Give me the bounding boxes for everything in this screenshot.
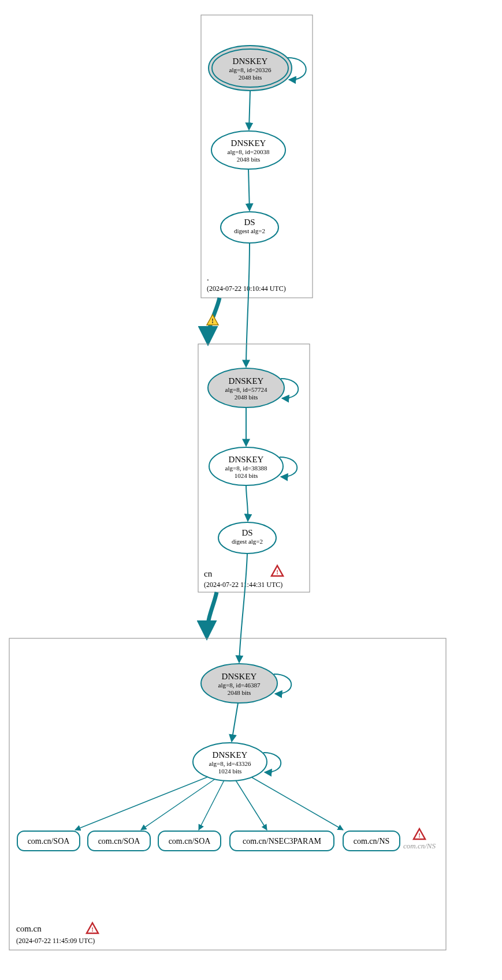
cn-zsk-title: DNSKEY — [229, 455, 264, 464]
rr-soa3: com.cn/SOA — [158, 831, 221, 851]
zone-comcn-label: com.cn — [16, 924, 42, 933]
cn-zsk-bits: 1024 bits — [235, 472, 258, 479]
error-icon: ! — [272, 566, 283, 576]
cn-zsk-node: DNSKEY alg=8, id=38388 1024 bits — [209, 447, 297, 485]
ds-to-comcn-ksk-edge — [239, 553, 247, 663]
svg-text:!: ! — [276, 568, 278, 575]
comcn-ksk-alg: alg=8, id=46387 — [218, 682, 261, 689]
rr-soa1: com.cn/SOA — [17, 831, 80, 851]
cn-ksk-bits: 2048 bits — [235, 394, 258, 401]
root-ksk-alg: alg=8, id=20326 — [229, 66, 272, 73]
root-ksk-node: DNSKEY alg=8, id=20326 2048 bits — [209, 46, 306, 91]
rr-ns-label: com.cn/NS — [354, 837, 390, 846]
zone-comcn-timestamp: (2024-07-22 11:45:09 UTC) — [16, 937, 95, 945]
rr-soa1-label: com.cn/SOA — [28, 837, 70, 846]
cn-ds-node: DS digest alg=2 — [218, 522, 276, 553]
comcn-ksk-title: DNSKEY — [222, 672, 257, 681]
ghost-ns-label: com.cn/NS — [403, 841, 436, 850]
svg-text:!: ! — [418, 832, 421, 839]
zone-comcn: com.cn (2024-07-22 11:45:09 UTC) ! DNSKE… — [9, 638, 446, 950]
rr-nsec3-label: com.cn/NSEC3PARAM — [243, 837, 322, 846]
comcn-zsk-title: DNSKEY — [213, 750, 248, 760]
comcn-zsk-node: DNSKEY alg=8, id=43326 1024 bits — [193, 743, 281, 781]
zone-cn-label: cn — [204, 569, 213, 578]
root-zsk-title: DNSKEY — [231, 139, 266, 148]
zone-root: . (2024-07-22 10:10:44 UTC) DNSKEY alg=8… — [201, 15, 313, 298]
rr-ns: com.cn/NS — [343, 831, 400, 851]
root-ksk-title: DNSKEY — [233, 57, 268, 66]
root-ds-digest: digest alg=2 — [234, 227, 265, 234]
svg-text:!: ! — [211, 317, 214, 325]
zone-root-timestamp: (2024-07-22 10:10:44 UTC) — [207, 285, 286, 293]
cn-ds-title: DS — [241, 528, 252, 537]
zone-root-label: . — [207, 273, 209, 282]
comcn-ksk-bits: 2048 bits — [228, 689, 251, 696]
comcn-ksk-node: DNSKEY alg=8, id=46387 2048 bits — [201, 664, 291, 703]
error-icon: ! — [414, 829, 425, 839]
rr-soa3-label: com.cn/SOA — [169, 837, 211, 846]
root-zsk-node: DNSKEY alg=8, id=20038 2048 bits — [211, 131, 285, 169]
root-zsk-alg: alg=8, id=20038 — [228, 148, 270, 155]
zone-cn-timestamp: (2024-07-22 11:44:31 UTC) — [204, 581, 282, 589]
cn-ksk-alg: alg=8, id=57724 — [225, 386, 267, 393]
svg-text:!: ! — [91, 926, 94, 933]
error-icon: ! — [87, 923, 98, 933]
warning-icon: ! — [207, 315, 218, 325]
delegation-cn-to-comcn-edge — [207, 592, 217, 637]
root-ds-title: DS — [244, 218, 255, 227]
root-ksk-bits: 2048 bits — [239, 74, 262, 81]
root-zsk-bits: 2048 bits — [237, 156, 261, 163]
rr-soa2-label: com.cn/SOA — [98, 837, 141, 846]
root-ds-node: DS digest alg=2 — [221, 212, 278, 243]
cn-ksk-title: DNSKEY — [229, 376, 264, 386]
zone-cn: cn (2024-07-22 11:44:31 UTC) ! DNSKEY al… — [198, 344, 310, 592]
cn-ds-digest: digest alg=2 — [232, 538, 263, 545]
comcn-zsk-bits: 1024 bits — [218, 768, 242, 775]
rr-soa2: com.cn/SOA — [88, 831, 150, 851]
ghost-ns: ! com.cn/NS — [403, 829, 436, 850]
dnssec-graph: . (2024-07-22 10:10:44 UTC) DNSKEY alg=8… — [0, 0, 502, 980]
rr-nsec3param: com.cn/NSEC3PARAM — [230, 831, 334, 851]
comcn-zsk-alg: alg=8, id=43326 — [209, 760, 251, 767]
cn-zsk-alg: alg=8, id=38388 — [225, 465, 267, 472]
cn-ksk-node: DNSKEY alg=8, id=57724 2048 bits — [208, 368, 298, 407]
ds-to-cn-ksk-edge — [246, 243, 250, 367]
